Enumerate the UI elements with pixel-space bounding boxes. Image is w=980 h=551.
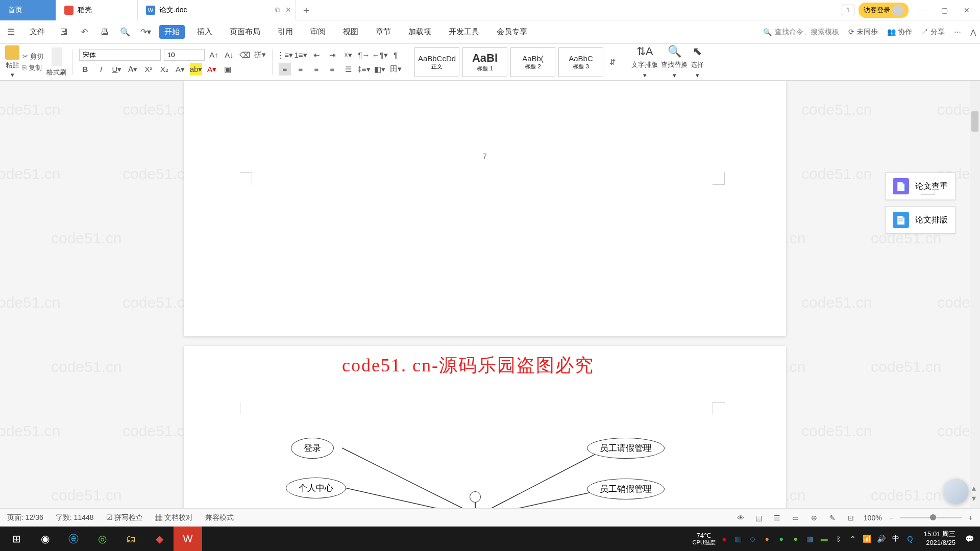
align-justify-icon[interactable]: ≡	[326, 63, 338, 76]
tab-home[interactable]: 首页	[0, 0, 56, 20]
line-spacing-icon[interactable]: ‡≡▾	[358, 63, 370, 76]
tray-icon-2[interactable]: ▦	[733, 533, 744, 544]
border-icon[interactable]: 田▾	[389, 63, 402, 76]
ltr-icon[interactable]: ¶→	[358, 49, 370, 61]
paper-format-button[interactable]: 📄论文排版	[885, 206, 955, 234]
grow-font-icon[interactable]: A↑	[208, 49, 220, 61]
volume-icon[interactable]: 🔊	[876, 533, 887, 544]
search-box[interactable]: 🔍 查找命令、搜索模板	[763, 28, 839, 37]
tray-icon-7[interactable]: ▦	[804, 533, 816, 544]
text-effect-icon[interactable]: A▾	[174, 63, 186, 76]
preview-icon[interactable]: 🔍	[118, 26, 132, 39]
zoom-in-button[interactable]: +	[969, 514, 973, 522]
char-border-icon[interactable]: ▣	[222, 63, 234, 76]
align-center-icon[interactable]: ≡	[295, 63, 307, 76]
plagiarism-check-button[interactable]: 📄论文查重	[885, 172, 955, 200]
zoom-out-button[interactable]: −	[889, 514, 893, 522]
spell-check[interactable]: ☑ 拼写检查	[106, 513, 143, 522]
style-normal[interactable]: AaBbCcDd正文	[414, 47, 459, 77]
collapse-ribbon-icon[interactable]: ⋀	[970, 28, 976, 36]
tab-docker[interactable]: 稻壳	[56, 0, 138, 20]
collapse-panel-icon[interactable]: ◠	[921, 184, 935, 195]
eye-icon[interactable]: 👁	[735, 512, 746, 523]
hamburger-icon[interactable]: ☰	[4, 26, 17, 39]
indent-icon[interactable]: ⇥	[326, 49, 338, 61]
format-brush-button[interactable]: 格式刷	[46, 47, 66, 77]
maximize-button[interactable]: ▢	[935, 1, 953, 19]
align-right-icon[interactable]: ≡	[310, 63, 323, 76]
tab-document[interactable]: W 论文.doc ⧉ ✕	[138, 0, 296, 20]
more-icon[interactable]: ⋯	[954, 28, 961, 36]
clock[interactable]: 15:01 周三2021/8/25	[919, 530, 961, 547]
outline-view-icon[interactable]: ☰	[772, 512, 783, 523]
cortana-icon[interactable]: ◉	[31, 527, 59, 551]
fit-width-icon[interactable]: ⊡	[845, 512, 856, 523]
shading-icon[interactable]: ◧▾	[374, 63, 386, 76]
view-menu[interactable]: 视图	[338, 25, 363, 39]
read-view-icon[interactable]: ▭	[790, 512, 801, 523]
show-marks-icon[interactable]: ¶	[389, 49, 402, 61]
tray-icon-4[interactable]: ●	[762, 533, 773, 544]
wifi-icon[interactable]: 📶	[862, 533, 873, 544]
sync-status[interactable]: ⟳ 未同步	[848, 28, 878, 37]
dev-menu[interactable]: 开发工具	[444, 25, 484, 39]
layout-menu[interactable]: 页面布局	[225, 25, 265, 39]
clear-format-icon[interactable]: ⌫	[238, 49, 251, 61]
browser-icon[interactable]: ◎	[88, 527, 116, 551]
new-tab-button[interactable]: ＋	[296, 0, 316, 20]
tray-icon-1[interactable]: ●	[719, 533, 730, 544]
phonetic-icon[interactable]: 拼▾	[254, 49, 266, 61]
style-h2[interactable]: AaBb(标题 2	[510, 47, 555, 77]
share-button[interactable]: ↗ 分享	[921, 28, 945, 37]
distribute-icon[interactable]: ☰	[342, 63, 354, 76]
tray-icon-8[interactable]: ▬	[819, 533, 830, 544]
sort-icon[interactable]: ☓▾	[342, 49, 354, 61]
scroll-down-icon[interactable]: ▾	[972, 493, 976, 503]
tray-icon-6[interactable]: ●	[790, 533, 801, 544]
assistant-bubble[interactable]	[943, 479, 969, 504]
style-h3[interactable]: AaBbC标题 3	[558, 47, 603, 77]
select-button[interactable]: ⬉选择▾	[691, 45, 704, 79]
styles-more-icon[interactable]: ⇵	[606, 56, 619, 68]
page-indicator[interactable]: 页面: 12/36	[7, 513, 43, 522]
member-menu[interactable]: 会员专享	[492, 25, 532, 39]
zoom-slider[interactable]	[900, 517, 962, 518]
chapter-menu[interactable]: 章节	[371, 25, 396, 39]
rtl-icon[interactable]: ←¶▾	[374, 49, 386, 61]
file-menu[interactable]: 文件	[24, 25, 50, 39]
proof-read[interactable]: ▦ 文档校对	[155, 513, 193, 522]
style-h1[interactable]: AaBl标题 1	[462, 47, 507, 77]
bold-button[interactable]: B	[79, 63, 91, 76]
strike-button[interactable]: A̵▾	[127, 63, 139, 76]
save-icon[interactable]: 🖫	[57, 26, 70, 39]
font-select[interactable]	[79, 49, 161, 61]
document-canvas[interactable]: code51.cn code51.cn code51.cn code51.cn …	[0, 81, 970, 527]
collab-button[interactable]: 👥 协作	[887, 28, 912, 37]
ref-menu[interactable]: 引用	[273, 25, 298, 39]
highlight-button[interactable]: ab▾	[190, 63, 202, 76]
outdent-icon[interactable]: ⇤	[310, 49, 323, 61]
print-icon[interactable]: 🖶	[98, 26, 111, 39]
shrink-font-icon[interactable]: A↓	[223, 49, 235, 61]
page-view-icon[interactable]: ▤	[753, 512, 765, 523]
wps-icon[interactable]: W	[174, 527, 202, 551]
size-select[interactable]	[164, 49, 205, 61]
paste-button[interactable]: 粘贴▾	[5, 45, 19, 79]
numbering-icon[interactable]: 1≡▾	[295, 49, 307, 61]
underline-button[interactable]: U▾	[111, 63, 123, 76]
find-replace-button[interactable]: 🔍查找替换▾	[661, 45, 688, 79]
notification-badge[interactable]: 1	[842, 5, 854, 15]
vertical-scrollbar[interactable]: ▴ ▾	[970, 81, 980, 508]
tab-window-icon[interactable]: ⧉	[275, 6, 280, 14]
copy-button[interactable]: ⎘ 复制	[22, 63, 43, 72]
start-button[interactable]: ⊞	[2, 527, 31, 551]
undo-icon[interactable]: ↶	[78, 26, 91, 39]
superscript-button[interactable]: X²	[142, 63, 155, 76]
subscript-button[interactable]: X₂	[158, 63, 170, 76]
close-button[interactable]: ✕	[958, 1, 976, 19]
cpu-temp-widget[interactable]: 74℃ CPU温度	[693, 532, 716, 546]
addins-menu[interactable]: 加载项	[403, 25, 436, 39]
web-view-icon[interactable]: ⊕	[808, 512, 820, 523]
start-menu[interactable]: 开始	[159, 25, 185, 39]
minimize-button[interactable]: —	[913, 1, 931, 19]
